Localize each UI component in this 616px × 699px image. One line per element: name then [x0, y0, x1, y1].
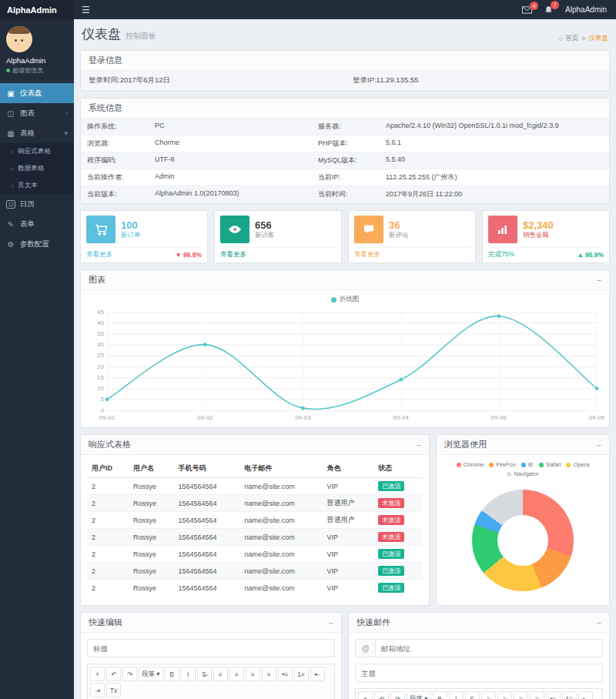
email-input[interactable] — [375, 639, 603, 657]
redo-button[interactable]: ↷ — [390, 691, 405, 699]
paragraph-dropdown[interactable]: 段落 ▾ — [139, 667, 163, 681]
strikethrough-button[interactable]: S̶ — [465, 691, 480, 699]
info-value: 5.5.40 — [380, 152, 609, 169]
stat-card-visitors[interactable]: 656 新访客 查看更多 — [214, 210, 342, 263]
legend-item[interactable]: IE — [521, 461, 534, 468]
redo-button[interactable]: ↷ — [122, 667, 137, 681]
unordered-list-button[interactable]: •≡ — [546, 691, 561, 699]
cell-user-id: 2 — [87, 580, 129, 597]
breadcrumb-current: 仪表盘 — [589, 34, 609, 43]
collapse-icon[interactable]: − — [417, 440, 421, 450]
italic-button[interactable]: I — [181, 667, 196, 681]
user-menu[interactable]: AlphaAdmin — [565, 5, 607, 14]
sidebar-item-settings[interactable]: ⚙ 参数配置 — [0, 234, 74, 254]
italic-button[interactable]: I — [449, 691, 464, 699]
system-info-panel: 系统信息 操作系统: PC 服务器: Apache/2.4.10 (Win32)… — [80, 98, 610, 204]
table-row[interactable]: 2 Rossye 1564564564 name@site.com 普通用户 未… — [87, 512, 423, 529]
add-button[interactable]: + — [358, 691, 373, 699]
cell-phone: 1564564564 — [173, 495, 239, 512]
view-more-link[interactable]: 查看更多 — [220, 250, 246, 259]
bold-button[interactable]: B — [433, 691, 447, 699]
line-chart-legend: 折线图 — [87, 295, 603, 304]
ordered-list-button[interactable]: 1≡ — [562, 691, 577, 699]
cell-user-id: 2 — [87, 512, 129, 529]
align-left-button[interactable]: ≡ — [213, 667, 228, 681]
cell-email: name@site.com — [239, 495, 322, 512]
cell-role: VIP — [323, 478, 374, 495]
login-info-panel: 登录信息 登录时间:2017年6月12日 登录IP:11.29.135.55 — [80, 50, 610, 92]
stat-card-sales[interactable]: $2,340 销售金额 完成75% ▲95.9% — [482, 210, 610, 263]
sidebar-item-forms[interactable]: ✎ 表单 — [0, 214, 74, 234]
sidebar-subitem-data-table[interactable]: ○ 数据表格 — [0, 160, 74, 177]
login-time: 登录时间:2017年6月12日 — [81, 71, 345, 90]
cell-phone: 1564564564 — [173, 478, 239, 495]
legend-item[interactable]: FireFox — [489, 461, 515, 468]
messages-button[interactable]: 4 — [522, 6, 532, 14]
stat-card-comments[interactable]: 36 新评论 查看更多 — [348, 210, 476, 263]
collapse-icon[interactable]: − — [597, 276, 601, 285]
undo-button[interactable]: ↶ — [106, 667, 121, 681]
clear-format-button[interactable]: Tx — [106, 683, 121, 697]
sidebar-subitem-richtext[interactable]: ○ 富文本 — [0, 177, 74, 194]
table-row[interactable]: 2 Rossye 1564564564 name@site.com VIP 未激… — [87, 529, 423, 546]
outdent-button[interactable]: ⇤ — [578, 691, 593, 699]
app-logo: AlphaAdmin — [0, 0, 74, 19]
legend-label: Chrome — [464, 461, 484, 468]
bold-button[interactable]: B — [165, 667, 179, 681]
legend-dot — [457, 463, 461, 467]
align-justify-button[interactable]: ≡ — [262, 667, 276, 681]
strikethrough-button[interactable]: S̶ — [197, 667, 212, 681]
submenu-label: 富文本 — [18, 181, 38, 190]
table-row[interactable]: 2 Rossye 1564564564 name@site.com VIP 已激… — [87, 478, 423, 495]
table-row[interactable]: 2 Rossye 1564564564 name@site.com VIP 已激… — [87, 563, 423, 580]
collapse-icon[interactable]: − — [597, 440, 601, 450]
view-more-link[interactable]: 查看更多 — [86, 250, 112, 259]
view-more-link[interactable]: 查看更多 — [354, 250, 380, 259]
avatar[interactable] — [6, 26, 32, 52]
sidebar-item-charts[interactable]: ◫ 图表 ‹ — [0, 103, 74, 123]
sidebar-item-tables[interactable]: ▦ 表格 ▾ — [0, 123, 74, 143]
legend-item[interactable]: Navigator — [507, 470, 538, 477]
panel-title: 快速邮件 — [357, 617, 390, 628]
align-justify-button[interactable]: ≡ — [530, 691, 544, 699]
ordered-list-button[interactable]: 1≡ — [294, 667, 309, 681]
notifications-button[interactable]: 7 — [544, 5, 553, 15]
undo-button[interactable]: ↶ — [374, 691, 389, 699]
table-row[interactable]: 2 Rossye 1564564564 name@site.com 普通用户 未… — [87, 495, 423, 512]
progress-link[interactable]: 完成75% — [488, 250, 514, 259]
legend-item[interactable]: Safari — [539, 461, 561, 468]
sidebar-subitem-responsive-table[interactable]: ○ 响应式表格 — [0, 143, 74, 160]
align-right-button[interactable]: ≡ — [246, 667, 260, 681]
table-row[interactable]: 2 Rossye 1564564564 name@site.com VIP 已激… — [87, 580, 423, 597]
breadcrumb: ⌂ 首页 > 仪表盘 — [558, 34, 608, 43]
align-center-button[interactable]: ≡ — [497, 691, 512, 699]
pencil-icon: ✎ — [6, 220, 15, 229]
legend-item[interactable]: Opera — [566, 461, 589, 468]
table-row[interactable]: 2 Rossye 1564564564 name@site.com VIP 已激… — [87, 546, 423, 563]
sidebar-item-dashboard[interactable]: ▣ 仪表盘 — [0, 83, 74, 103]
table-icon: ▦ — [6, 129, 15, 138]
collapse-icon[interactable]: − — [597, 618, 601, 627]
subject-input[interactable] — [355, 664, 603, 682]
outdent-button[interactable]: ⇤ — [310, 667, 325, 681]
donut-legend: Chrome FireFox IE Safari Opera — [441, 461, 604, 477]
align-center-button[interactable]: ≡ — [229, 667, 244, 681]
indent-button[interactable]: ⇥ — [90, 683, 105, 697]
legend-dot — [489, 463, 494, 467]
align-right-button[interactable]: ≡ — [514, 691, 528, 699]
messages-badge: 4 — [530, 2, 538, 10]
align-left-button[interactable]: ≡ — [481, 691, 496, 699]
legend-item[interactable]: Chrome — [457, 461, 484, 468]
stat-card-orders[interactable]: 100 新订单 查看更多 ▼99.8% — [80, 210, 208, 263]
collapse-icon[interactable]: − — [329, 618, 333, 627]
add-button[interactable]: + — [90, 667, 105, 681]
sidebar-item-calendar[interactable]: 12 日历 — [0, 194, 74, 214]
unordered-list-button[interactable]: •≡ — [278, 667, 293, 681]
title-input[interactable] — [87, 639, 335, 657]
breadcrumb-home[interactable]: 首页 — [566, 34, 579, 43]
paragraph-dropdown[interactable]: 段落 ▾ — [407, 691, 431, 699]
calendar-icon: 12 — [6, 200, 15, 209]
legend-dot — [507, 472, 511, 477]
hamburger-menu-icon[interactable]: ☰ — [74, 5, 98, 15]
info-value: 2017年9月26日 11:22:00 — [380, 186, 609, 202]
